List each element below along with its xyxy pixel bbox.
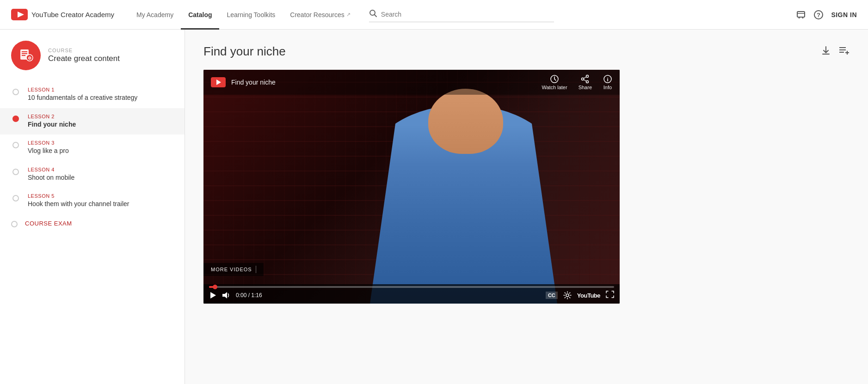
svg-line-28: [584, 77, 587, 79]
exam-label: COURSE EXAM: [25, 220, 72, 227]
more-videos-label: MORE VIDEOS: [211, 267, 252, 272]
lesson-number-3: LESSON 3: [28, 140, 173, 146]
svg-text:?: ?: [817, 12, 820, 18]
progress-dot: [213, 285, 217, 289]
lesson-dot-1: [12, 89, 19, 95]
lesson-item-5[interactable]: LESSON 5 Hook them with your channel tra…: [0, 188, 185, 214]
lesson-content-2: LESSON 2 Find your niche: [28, 114, 173, 129]
lesson-number-5: LESSON 5: [28, 193, 173, 199]
content-area: Find your niche: [185, 30, 868, 384]
more-videos-divider: [256, 266, 256, 273]
svg-rect-4: [797, 12, 805, 17]
lesson-item-4[interactable]: LESSON 4 Shoot on mobile: [0, 161, 185, 188]
external-link-icon: ↗: [346, 12, 351, 18]
lesson-dot-col-4: [11, 167, 20, 175]
course-header: ⚙ COURSE Create great content: [0, 41, 185, 81]
nav-creator-resources[interactable]: Creator Resources ↗: [283, 0, 358, 30]
search-icon: [369, 9, 377, 20]
lesson-item-3[interactable]: LESSON 3 Vlog like a pro: [0, 134, 185, 161]
lesson-title-2: Find your niche: [28, 120, 173, 129]
header: YouTube Creator Academy My Academy Catal…: [0, 0, 868, 30]
logo-text: YouTube Creator Academy: [31, 11, 114, 18]
lesson-content-1: LESSON 1 10 fundamentals of a creative s…: [28, 87, 173, 103]
exam-dot: [11, 221, 18, 227]
share-button[interactable]: Share: [579, 74, 592, 90]
progress-bar[interactable]: [209, 286, 614, 288]
search-input[interactable]: [381, 11, 554, 18]
course-icon: ⚙: [11, 41, 41, 70]
lesson-number-2: LESSON 2: [28, 114, 173, 119]
watch-later-button[interactable]: Watch later: [542, 74, 567, 90]
notifications-button[interactable]: [796, 10, 806, 20]
content-header: Find your niche: [203, 44, 850, 59]
sidebar: ⚙ COURSE Create great content LESSON 1 1…: [0, 30, 185, 384]
lesson-dot-3: [12, 142, 19, 148]
lesson-title-4: Shoot on mobile: [28, 173, 173, 183]
page-title: Find your niche: [203, 44, 286, 59]
lesson-item-1[interactable]: LESSON 1 10 fundamentals of a creative s…: [0, 81, 185, 108]
nav-learning-toolkits[interactable]: Learning Toolkits: [219, 0, 283, 30]
logo[interactable]: YouTube Creator Academy: [11, 9, 114, 20]
lesson-content-3: LESSON 3 Vlog like a pro: [28, 140, 173, 156]
lesson-content-4: LESSON 4 Shoot on mobile: [28, 167, 173, 183]
svg-marker-33: [222, 292, 227, 299]
nav-my-academy[interactable]: My Academy: [129, 0, 181, 30]
svg-line-3: [374, 14, 376, 17]
course-title: Create great content: [48, 54, 120, 63]
time-display: 0:00 / 1:16: [236, 292, 262, 299]
lesson-title-1: 10 fundamentals of a creative strategy: [28, 93, 173, 103]
settings-button[interactable]: [563, 291, 572, 299]
download-button[interactable]: [821, 45, 831, 58]
lesson-content-5: LESSON 5 Hook them with your channel tra…: [28, 193, 173, 209]
svg-line-29: [584, 79, 587, 81]
lesson-item-2[interactable]: LESSON 2 Find your niche: [0, 108, 185, 135]
yt-play-icon: [216, 79, 221, 85]
fullscreen-button[interactable]: [606, 291, 614, 300]
svg-marker-32: [210, 292, 216, 299]
cc-button[interactable]: CC: [546, 292, 558, 299]
lesson-title-5: Hook them with your channel trailer: [28, 200, 173, 209]
youtube-logo-icon: [11, 9, 28, 20]
lesson-dot-col-2: [11, 114, 20, 122]
svg-text:⚙: ⚙: [28, 56, 31, 61]
main-nav: My Academy Catalog Learning Toolkits Cre…: [129, 0, 358, 30]
lesson-dot-5: [12, 195, 19, 201]
course-exam-item[interactable]: COURSE EXAM: [0, 214, 185, 233]
lesson-dot-4: [12, 169, 19, 175]
lesson-number-4: LESSON 4: [28, 167, 173, 172]
playlist-add-button[interactable]: [838, 45, 850, 58]
info-button[interactable]: i Info: [603, 74, 612, 90]
svg-text:i: i: [607, 77, 608, 82]
video-thumbnail: Find your niche Watch later: [203, 70, 620, 304]
lesson-list: LESSON 1 10 fundamentals of a creative s…: [0, 81, 185, 233]
video-top-actions: Watch later Share: [542, 74, 612, 90]
more-videos-bar[interactable]: MORE VIDEOS: [203, 263, 264, 276]
video-player: Find your niche Watch later: [203, 70, 620, 304]
youtube-watermark: YouTube: [577, 292, 600, 299]
main-layout: ⚙ COURSE Create great content LESSON 1 1…: [0, 30, 868, 384]
controls-row: 0:00 / 1:16 CC YouTube: [209, 291, 614, 300]
play-button[interactable]: [209, 292, 216, 299]
content-actions: [821, 45, 850, 58]
volume-button[interactable]: [222, 292, 230, 299]
lesson-dot-col-5: [11, 193, 20, 201]
sign-in-button[interactable]: SIGN IN: [831, 11, 857, 18]
video-title: Find your niche: [231, 79, 276, 86]
lesson-dot-2: [12, 116, 19, 122]
course-label: COURSE: [48, 48, 120, 53]
svg-point-26: [586, 81, 589, 83]
lesson-dot-col-1: [11, 87, 20, 95]
help-button[interactable]: ?: [813, 10, 824, 20]
nav-catalog[interactable]: Catalog: [181, 0, 219, 30]
person-head: [428, 89, 503, 154]
yt-video-logo: [211, 77, 226, 87]
video-controls: 0:00 / 1:16 CC YouTube: [203, 284, 620, 304]
lesson-title-3: Vlog like a pro: [28, 146, 173, 156]
lesson-dot-col-3: [11, 140, 20, 148]
svg-point-25: [586, 75, 589, 78]
svg-point-27: [582, 78, 584, 80]
lesson-number-1: LESSON 1: [28, 87, 173, 92]
svg-point-34: [566, 294, 569, 297]
video-top-bar: Find your niche Watch later: [203, 70, 620, 95]
header-actions: ? SIGN IN: [796, 10, 857, 20]
